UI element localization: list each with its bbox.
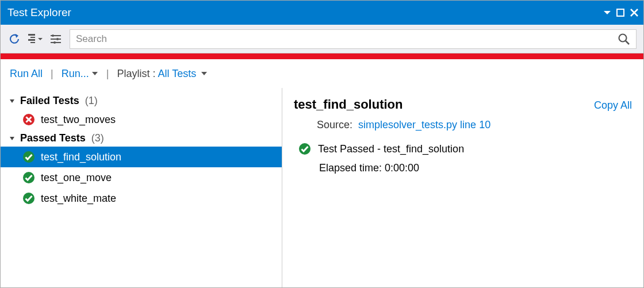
action-bar: Run All | Run... | Playlist : All Tests xyxy=(1,59,643,88)
toolbar-buttons xyxy=(7,32,63,46)
pass-icon xyxy=(22,192,35,205)
group-by-icon[interactable] xyxy=(27,32,43,46)
detail-header: test_find_solution Copy All xyxy=(294,97,632,112)
test-item-passed[interactable]: test_find_solution xyxy=(1,147,282,167)
search-input[interactable] xyxy=(76,33,614,45)
test-item-passed[interactable]: test_white_mate xyxy=(1,188,282,209)
detail-source: Source: simplesolver_tests.py line 10 xyxy=(294,119,632,131)
svg-rect-4 xyxy=(30,42,35,43)
content-area: Failed Tests (1) test_two_moves Passed T… xyxy=(1,88,643,287)
refresh-icon[interactable] xyxy=(7,32,21,46)
pass-icon xyxy=(22,151,35,163)
group-count: (3) xyxy=(91,132,104,144)
status-bar xyxy=(1,53,643,59)
test-name: test_one_move xyxy=(41,172,112,184)
search-box[interactable] xyxy=(70,29,637,49)
group-label: Failed Tests xyxy=(20,95,79,107)
window-title: Test Explorer xyxy=(5,6,603,19)
separator: | xyxy=(106,68,109,80)
search-icon[interactable] xyxy=(618,33,630,45)
chevron-down-icon xyxy=(201,71,208,76)
svg-rect-2 xyxy=(30,37,35,38)
svg-point-7 xyxy=(53,41,56,44)
detail-elapsed: Elapsed time: 0:00:00 xyxy=(294,162,632,174)
test-name: test_two_moves xyxy=(41,114,116,126)
run-all-link[interactable]: Run All xyxy=(10,68,43,80)
run-label: Run... xyxy=(62,68,89,80)
test-item-failed[interactable]: test_two_moves xyxy=(1,109,282,130)
window-controls xyxy=(603,8,639,17)
svg-point-8 xyxy=(619,34,627,41)
test-name: test_white_mate xyxy=(41,193,116,205)
svg-point-5 xyxy=(52,34,54,37)
source-label: Source: xyxy=(317,119,352,131)
maximize-icon[interactable] xyxy=(616,8,625,17)
toolbar xyxy=(1,25,643,53)
playlist-value: All Tests xyxy=(158,68,196,80)
result-text: Test Passed - test_find_solution xyxy=(318,143,464,155)
failed-tests-group[interactable]: Failed Tests (1) xyxy=(1,93,282,109)
test-tree: Failed Tests (1) test_two_moves Passed T… xyxy=(1,88,282,287)
source-link[interactable]: simplesolver_tests.py line 10 xyxy=(358,119,490,131)
detail-title: test_find_solution xyxy=(294,97,402,112)
close-icon[interactable] xyxy=(630,8,639,17)
playlist-dropdown[interactable]: Playlist : All Tests xyxy=(117,68,208,80)
elapsed-label: Elapsed time: xyxy=(319,162,382,174)
svg-point-6 xyxy=(56,38,59,40)
test-name: test_find_solution xyxy=(41,151,121,163)
playlist-label: Playlist : xyxy=(117,68,155,80)
svg-rect-1 xyxy=(28,34,35,36)
svg-rect-3 xyxy=(28,39,35,41)
filter-icon[interactable] xyxy=(49,32,63,46)
passed-tests-group[interactable]: Passed Tests (3) xyxy=(1,130,282,147)
detail-result: Test Passed - test_find_solution xyxy=(294,143,632,155)
collapse-icon xyxy=(9,98,16,105)
group-label: Passed Tests xyxy=(20,132,86,144)
separator: | xyxy=(51,68,53,80)
chevron-down-icon xyxy=(91,71,98,76)
test-item-passed[interactable]: test_one_move xyxy=(1,167,282,188)
pass-icon xyxy=(22,171,35,184)
fail-icon xyxy=(22,113,35,126)
elapsed-value: 0:00:00 xyxy=(385,162,419,174)
window-menu-icon[interactable] xyxy=(603,9,611,17)
run-dropdown[interactable]: Run... xyxy=(62,68,98,80)
pass-icon xyxy=(298,143,311,155)
collapse-icon xyxy=(9,135,16,142)
group-count: (1) xyxy=(85,95,98,107)
test-detail: test_find_solution Copy All Source: simp… xyxy=(282,88,643,287)
title-bar: Test Explorer xyxy=(1,1,643,25)
copy-all-link[interactable]: Copy All xyxy=(594,99,632,112)
svg-rect-0 xyxy=(617,9,624,16)
